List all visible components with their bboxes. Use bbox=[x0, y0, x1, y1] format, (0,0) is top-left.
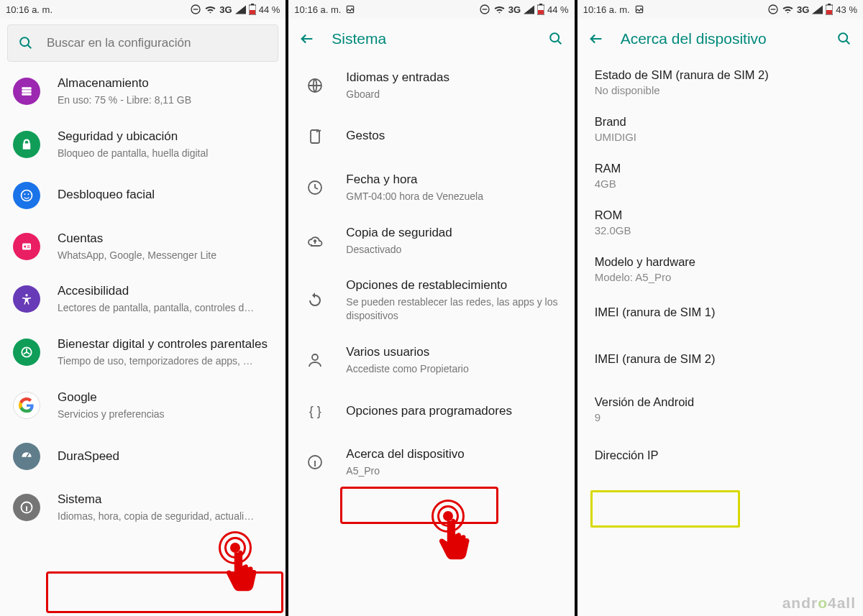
system-list: Idiomas y entradasGboard Gestos Fecha y … bbox=[288, 59, 574, 616]
battery-icon bbox=[537, 4, 544, 15]
screenshot-icon bbox=[634, 4, 644, 14]
svg-point-9 bbox=[24, 193, 26, 195]
svg-point-23 bbox=[550, 33, 559, 42]
info-icon bbox=[13, 494, 40, 521]
search-button[interactable] bbox=[546, 29, 566, 49]
svg-point-34 bbox=[839, 33, 847, 42]
settings-search-box[interactable]: Buscar en la configuración bbox=[7, 24, 278, 62]
signal-icon bbox=[812, 5, 823, 14]
item-security[interactable]: Seguridad y ubicaciónBloqueo de pantalla… bbox=[0, 118, 286, 171]
svg-rect-6 bbox=[22, 90, 31, 92]
svg-point-8 bbox=[22, 190, 32, 201]
item-google[interactable]: GoogleServicios y preferencias bbox=[0, 379, 286, 432]
svg-point-27 bbox=[312, 354, 318, 360]
info-icon bbox=[301, 449, 329, 476]
svg-rect-25 bbox=[311, 130, 319, 143]
item-imei1[interactable]: IMEI (ranura de SIM 1) bbox=[577, 293, 863, 339]
status-bar: 10:16 a. m. 3G 43 % bbox=[577, 0, 863, 19]
do-not-disturb-icon bbox=[190, 4, 201, 15]
svg-rect-3 bbox=[250, 10, 255, 14]
svg-rect-22 bbox=[538, 10, 544, 14]
header: Acerca del dispositivo bbox=[577, 19, 863, 59]
item-wellbeing[interactable]: Bienestar digital y controles parentales… bbox=[0, 326, 286, 379]
code-icon: { } bbox=[301, 397, 329, 425]
back-button[interactable] bbox=[297, 29, 317, 49]
google-icon bbox=[13, 392, 40, 419]
network-type: 3G bbox=[219, 4, 232, 15]
battery-percent: 44 % bbox=[547, 4, 569, 15]
svg-point-12 bbox=[24, 245, 26, 247]
item-brand[interactable]: BrandUMIDIGI bbox=[577, 106, 863, 152]
watermark: andro4all bbox=[782, 594, 856, 612]
about-device-screen: 10:16 a. m. 3G 43 % Acerca del dispositi… bbox=[577, 0, 863, 616]
signal-icon bbox=[235, 5, 246, 14]
network-type: 3G bbox=[797, 4, 809, 15]
svg-rect-7 bbox=[22, 93, 31, 95]
item-rom[interactable]: ROM32.0GB bbox=[577, 199, 863, 246]
battery-icon bbox=[249, 4, 256, 15]
item-about[interactable]: Acerca del dispositivoA5_Pro bbox=[288, 436, 574, 489]
svg-point-15 bbox=[25, 294, 27, 296]
globe-icon bbox=[301, 72, 329, 99]
face-icon bbox=[13, 182, 40, 209]
wifi-icon bbox=[204, 4, 216, 14]
system-screen: 10:16 a. m. 3G 44 % Sistema Idiomas y en… bbox=[288, 0, 574, 616]
about-list: Estado de SIM (ranura de SIM 2)No dispon… bbox=[577, 59, 863, 616]
cloud-icon bbox=[301, 227, 329, 254]
wifi-icon bbox=[493, 4, 506, 14]
item-languages[interactable]: Idiomas y entradasGboard bbox=[288, 59, 574, 112]
item-backup[interactable]: Copia de seguridadDesactivado bbox=[288, 214, 574, 267]
battery-percent: 43 % bbox=[836, 4, 857, 15]
item-accessibility[interactable]: AccesibilidadLectores de pantalla, panta… bbox=[0, 272, 286, 326]
svg-point-10 bbox=[28, 193, 29, 195]
storage-icon bbox=[13, 78, 40, 105]
item-imei2[interactable]: IMEI (ranura de SIM 2) bbox=[577, 339, 863, 386]
item-datetime[interactable]: Fecha y horaGMT-04:00 hora de Venezuela bbox=[288, 161, 574, 214]
item-ip[interactable]: Dirección IP bbox=[577, 433, 863, 472]
search-button[interactable] bbox=[834, 29, 854, 49]
user-icon bbox=[301, 346, 329, 374]
status-time: 10:16 a. m. bbox=[294, 4, 341, 15]
do-not-disturb-icon bbox=[479, 4, 490, 15]
svg-rect-33 bbox=[826, 10, 832, 14]
item-storage[interactable]: AlmacenamientoEn uso: 75 % - Libre: 8,11… bbox=[0, 65, 286, 118]
battery-percent: 44 % bbox=[259, 4, 280, 15]
item-model[interactable]: Modelo y hardwareModelo: A5_Pro bbox=[577, 246, 863, 293]
item-faceunlock[interactable]: Desbloqueo facial bbox=[0, 171, 286, 220]
gesture-icon bbox=[301, 123, 329, 150]
back-button[interactable] bbox=[586, 29, 606, 49]
item-developer[interactable]: { } Opciones para programadores bbox=[288, 387, 574, 436]
status-bar: 10:16 a. m. 3G 44 % bbox=[0, 0, 286, 19]
item-accounts[interactable]: CuentasWhatsApp, Google, Messenger Lite bbox=[0, 220, 286, 273]
do-not-disturb-icon bbox=[767, 4, 779, 15]
accessibility-icon bbox=[13, 285, 40, 313]
network-type: 3G bbox=[508, 4, 521, 15]
signal-icon bbox=[524, 5, 534, 14]
svg-rect-13 bbox=[27, 245, 30, 246]
search-placeholder: Buscar en la configuración bbox=[47, 36, 191, 50]
settings-list: AlmacenamientoEn uso: 75 % - Libre: 8,11… bbox=[0, 65, 286, 616]
item-sim-status[interactable]: Estado de SIM (ranura de SIM 2)No dispon… bbox=[577, 59, 863, 106]
item-users[interactable]: Varios usuariosAccediste como Propietari… bbox=[288, 334, 574, 387]
wellbeing-icon bbox=[13, 339, 40, 366]
header: Sistema bbox=[288, 19, 574, 59]
item-android-version[interactable]: Versión de Android9 bbox=[577, 386, 863, 433]
svg-rect-11 bbox=[22, 243, 31, 249]
speed-icon bbox=[13, 443, 40, 470]
item-gestures[interactable]: Gestos bbox=[288, 112, 574, 161]
status-bar: 10:16 a. m. 3G 44 % bbox=[288, 0, 574, 19]
svg-rect-14 bbox=[27, 247, 30, 247]
svg-point-4 bbox=[20, 37, 29, 46]
wifi-icon bbox=[782, 4, 794, 14]
item-reset[interactable]: Opciones de restablecimientoSe pueden re… bbox=[288, 267, 574, 334]
header-title: Sistema bbox=[332, 30, 531, 47]
reset-icon bbox=[301, 287, 329, 314]
accounts-icon bbox=[13, 233, 40, 260]
item-ram[interactable]: RAM4GB bbox=[577, 152, 863, 199]
clock-icon bbox=[301, 174, 329, 201]
status-time: 10:16 a. m. bbox=[6, 4, 52, 15]
battery-icon bbox=[826, 4, 833, 15]
item-duraspeed[interactable]: DuraSpeed bbox=[0, 432, 286, 481]
screenshot-icon bbox=[345, 4, 355, 14]
item-system[interactable]: SistemaIdiomas, hora, copia de seguridad… bbox=[0, 481, 286, 534]
